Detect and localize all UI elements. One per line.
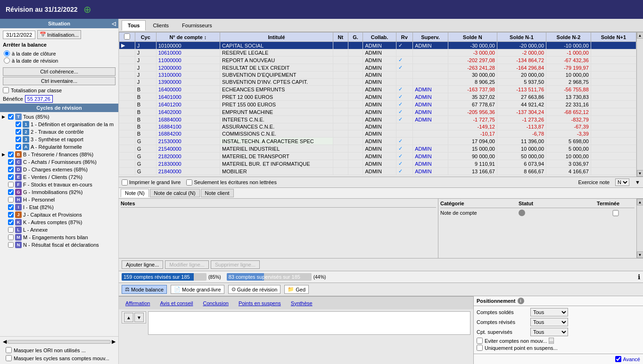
scroll-right-arrow[interactable]: ▶ [112, 339, 115, 345]
table-row[interactable]: B 16401200 PRET 155 000 EUROS ADMIN ✓ AD… [119, 101, 636, 108]
tree-checkbox-3[interactable] [16, 137, 21, 142]
tab-fournisseurs[interactable]: Fournisseurs [176, 20, 218, 31]
notes-vertical-scrollbar[interactable]: ▲ ▼ [636, 199, 643, 258]
tree-checkbox-12[interactable] [8, 204, 14, 210]
table-scroll[interactable]: Cyc N° de compte ↕ Intitulé Nt G. Collab… [119, 32, 636, 177]
footer-tab-avis[interactable]: Avis et conseil [155, 299, 198, 307]
table-row[interactable]: J 13100000 SUBVENTION D'EQUIPEMENT ADMIN… [119, 72, 636, 79]
guide-revision-button[interactable]: ⊙ Guide de révision [228, 285, 281, 294]
table-row[interactable]: G 21540000 MATERIEL INDUSTRIEL ADMIN ✓ A… [119, 145, 636, 153]
mode-balance-button[interactable]: ⚖ Mode balance [122, 285, 167, 294]
select-all-checkbox[interactable] [124, 33, 130, 40]
table-row[interactable]: B 16884100 ASSURANCES C.N.E. ADMIN -149,… [119, 123, 636, 130]
footer-tab-points[interactable]: Points en suspens [234, 299, 286, 307]
ajouter-ligne-button[interactable]: Ajouter ligne... [122, 260, 163, 269]
footer-tab-conclusion[interactable]: Conclusion [198, 299, 233, 307]
tree-item-5[interactable]: ▶BB - Trésorerie / finances (88%) [0, 151, 118, 158]
exercice-dropdown-arrow[interactable]: ▼ [635, 179, 640, 185]
tree-checkbox-4[interactable] [16, 144, 21, 150]
comptes-soldes-select[interactable]: Tous [530, 308, 568, 316]
tree-item-17[interactable]: NN - Résultat fiscal et déclarations [0, 241, 118, 249]
scroll-track[interactable] [8, 340, 111, 344]
sidebar-collapse-arrow[interactable]: ◁ [112, 21, 115, 27]
cpt-supervises-select[interactable]: Tous [530, 328, 568, 336]
tree-checkbox-10[interactable] [8, 189, 14, 195]
notes-scroll-up[interactable]: ▲ [637, 199, 643, 205]
imprimer-grand-livre-label[interactable]: Imprimer le grand livre [122, 179, 181, 186]
vertical-scrollbar[interactable]: ▲ ▼ [636, 32, 643, 177]
exercice-note-select[interactable]: N N-1 [615, 178, 629, 186]
tree-item-13[interactable]: JJ - Capitaux et Provisions [0, 211, 118, 218]
eviter-comptes-checkbox[interactable] [477, 338, 483, 344]
table-row[interactable]: B 16401000 PRET 12 000 EUROS ADMIN ✓ ADM… [119, 93, 636, 101]
init-button[interactable]: 📅 Initialisation... [37, 30, 81, 39]
nav-up-button[interactable]: ▲ [124, 313, 133, 322]
tree-checkbox-1[interactable] [16, 121, 21, 127]
table-row[interactable]: G 21530000 INSTAL.TECHN. A CARACTERE SPE… [119, 138, 636, 145]
notes-tab-calcul-n[interactable]: Note de calcul (N) [150, 189, 200, 197]
tree-item-8[interactable]: EE - Ventes / Clients (72%) [0, 173, 118, 181]
tab-tous[interactable]: Tous [122, 20, 146, 31]
tree-item-1[interactable]: 11 - Définition et organisation de la m [0, 121, 118, 128]
notes-scroll-down[interactable]: ▼ [637, 251, 643, 258]
tree-checkbox-0[interactable] [8, 114, 14, 120]
tree-item-12[interactable]: II - Etat (82%) [0, 203, 118, 211]
tree-item-14[interactable]: KK - Autres comptes (87%) [0, 218, 118, 226]
tree-checkbox-2[interactable] [16, 129, 21, 135]
info-icon[interactable]: ℹ [638, 273, 640, 281]
tree-item-0[interactable]: ▶TTous (85%) [0, 113, 118, 121]
notes-tab-client[interactable]: Note client [201, 189, 234, 197]
radio-cloture[interactable]: à la date de clôture [4, 50, 115, 57]
table-row[interactable]: G 21820000 MATERIEL DE TRANSPORT ADMIN ✓… [119, 153, 636, 160]
table-row[interactable]: J 11000000 REPORT A NOUVEAU ADMIN ✓ -202… [119, 57, 636, 64]
radio-revision[interactable]: à la date de révision [4, 57, 115, 64]
footer-tab-synthese[interactable]: Synthèse [286, 299, 317, 307]
ctrl-inventaire-button[interactable]: Ctrl inventaire... [3, 77, 115, 85]
tree-item-6[interactable]: CC - Achats / Fournisseurs (86%) [0, 158, 118, 166]
footer-tab-affirmation[interactable]: Affirmation [121, 299, 155, 307]
table-row[interactable]: G 21840000 MOBILIER ADMIN ✓ ADMIN 13 166… [119, 168, 636, 175]
ged-button[interactable]: 📁 Ged [284, 285, 309, 294]
totalisation-checkbox[interactable] [3, 87, 9, 93]
uniquement-point-checkbox[interactable] [477, 345, 483, 351]
tree-item-2[interactable]: 22 - Travaux de contrôle [0, 128, 118, 136]
mode-grand-livre-button[interactable]: 📄 Mode grand-livre [171, 285, 224, 294]
tab-clients[interactable]: Clients [147, 20, 175, 31]
table-row[interactable]: J 10610000 RESERVE LEGALE ADMIN -3 000,0… [119, 49, 636, 57]
ecritures-non-lettrees-label[interactable]: Seulement les écritures non lettrées [186, 179, 276, 186]
tree-item-7[interactable]: DD - Charges externes (68%) [0, 166, 118, 173]
tree-checkbox-6[interactable] [8, 159, 14, 165]
tree-checkbox-14[interactable] [8, 219, 14, 225]
table-row[interactable]: B 16400000 ECHEANCES EMPRUNTS ADMIN ✓ AD… [119, 86, 636, 93]
table-row[interactable]: J 12000000 RESULTAT DE L'EX CREDIT ADMIN… [119, 64, 636, 72]
table-row[interactable]: B 16884200 COMMISSIONS C.N.E. ADMIN -10,… [119, 130, 636, 138]
tree-item-4[interactable]: AA - Régularité formelle [0, 143, 118, 151]
table-row[interactable]: B 16884000 INTERETS C.N.E. ADMIN ✓ ADMIN… [119, 116, 636, 123]
avance-checkbox[interactable] [615, 356, 621, 362]
comptes-revises-select[interactable]: Tous [530, 318, 568, 326]
masquer-cycles-checkbox[interactable] [6, 355, 12, 361]
table-row[interactable]: G 21830000 MATERIEL BUR. ET INFORMATIQUE… [119, 160, 636, 168]
scroll-up-arrow[interactable]: ▲ [637, 32, 643, 39]
supprimer-ligne-button[interactable]: Supprimer ligne... [211, 260, 260, 269]
tree-checkbox-16[interactable] [8, 235, 14, 240]
notes-tab-note-n[interactable]: Note (N) [121, 189, 149, 197]
tree-item-10[interactable]: GG - Immobilisations (92%) [0, 188, 118, 196]
date-button[interactable]: 31/12/2022 [3, 31, 35, 39]
nav-down-button[interactable]: ▼ [134, 313, 144, 322]
tree-checkbox-17[interactable] [8, 242, 14, 248]
table-row[interactable]: J 13900000 SUBVENTION D'INV. CPTES CAPIT… [119, 79, 636, 86]
tree-checkbox-5[interactable] [8, 152, 14, 157]
tree-checkbox-7[interactable] [8, 167, 14, 172]
tree-item-11[interactable]: HH - Personnel [0, 196, 118, 203]
tree-checkbox-9[interactable] [8, 182, 14, 187]
ctrl-coherence-button[interactable]: Ctrl cohérence... [3, 67, 115, 76]
imprimer-grand-livre-checkbox[interactable] [122, 179, 128, 186]
tree-item-15[interactable]: LL - Annexe [0, 226, 118, 234]
table-row[interactable]: ▶ J 10100000 CAPITAL SOCIAL ADMIN ✓ ADMI… [119, 42, 636, 49]
eviter-comptes-btn[interactable]: ... [549, 338, 553, 344]
tree-checkbox-15[interactable] [8, 227, 14, 233]
scroll-down-arrow[interactable]: ▼ [637, 170, 643, 177]
tree-item-3[interactable]: 33 - Synthèse et rapport [0, 136, 118, 143]
scroll-left-arrow[interactable]: ◀ [3, 339, 7, 345]
